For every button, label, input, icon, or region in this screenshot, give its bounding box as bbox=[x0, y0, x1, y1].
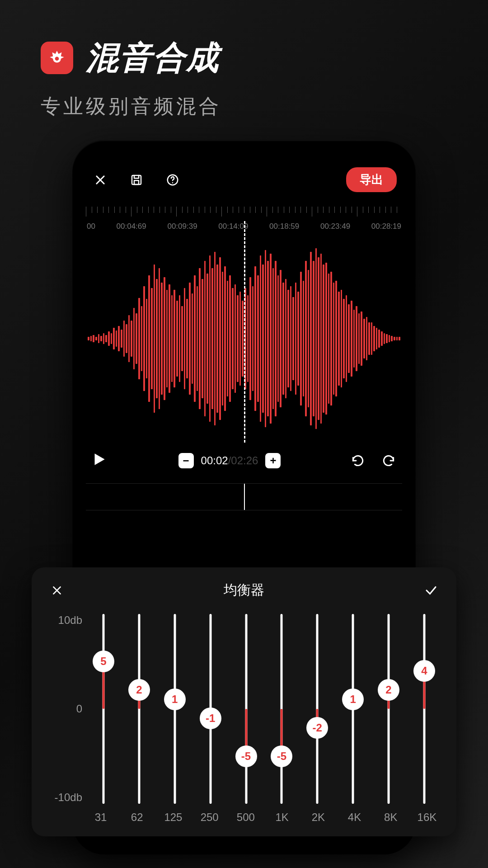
app-logo-icon bbox=[41, 42, 73, 74]
undo-icon[interactable] bbox=[349, 452, 367, 470]
eq-thumb[interactable]: -2 bbox=[306, 717, 328, 739]
eq-freq-label: 8K bbox=[378, 811, 404, 824]
track-lane[interactable] bbox=[86, 483, 402, 510]
timeline-marker: 00:28:19 bbox=[371, 222, 401, 231]
eq-y-axis: 10db 0 -10db bbox=[48, 614, 82, 804]
time-total: 02:26 bbox=[231, 454, 258, 467]
export-button[interactable]: 导出 bbox=[346, 167, 397, 192]
svg-point-4 bbox=[172, 182, 174, 184]
eq-freq-label: 125 bbox=[160, 811, 186, 824]
svg-rect-2 bbox=[134, 180, 139, 184]
eq-thumb[interactable]: -5 bbox=[235, 745, 257, 767]
eq-confirm-icon[interactable] bbox=[422, 581, 440, 599]
step-forward-button[interactable]: + bbox=[265, 453, 281, 468]
waveform-display[interactable] bbox=[86, 239, 402, 438]
eq-freq-label: 31 bbox=[88, 811, 114, 824]
eq-freq-label: 1K bbox=[269, 811, 295, 824]
timeline-marker: 00:04:69 bbox=[117, 222, 146, 231]
eq-thumb[interactable]: -5 bbox=[271, 745, 292, 767]
eq-slider[interactable]: -1 bbox=[197, 614, 224, 804]
eq-thumb[interactable]: 2 bbox=[378, 679, 399, 701]
eq-freq-label: 250 bbox=[197, 811, 223, 824]
timeline-marker: 00 bbox=[87, 222, 95, 231]
page-subtitle: 专业级别音频混合 bbox=[0, 93, 488, 120]
eq-freq-label: 500 bbox=[233, 811, 259, 824]
eq-slider[interactable]: -2 bbox=[304, 614, 330, 804]
eq-freq-label: 2K bbox=[305, 811, 331, 824]
eq-slider[interactable]: 5 bbox=[90, 614, 117, 804]
help-icon[interactable] bbox=[164, 171, 182, 189]
eq-thumb[interactable]: 1 bbox=[164, 689, 186, 710]
timeline-marker: 00:09:39 bbox=[167, 222, 197, 231]
playhead-indicator bbox=[244, 221, 245, 443]
eq-close-icon[interactable] bbox=[48, 581, 66, 599]
eq-slider[interactable]: 2 bbox=[375, 614, 402, 804]
eq-freq-label: 62 bbox=[124, 811, 150, 824]
eq-slider[interactable]: 4 bbox=[411, 614, 437, 804]
timeline-marker: 00:23:49 bbox=[320, 222, 350, 231]
close-icon[interactable] bbox=[91, 171, 109, 189]
eq-freq-label: 4K bbox=[342, 811, 368, 824]
time-current: 00:02 bbox=[201, 454, 228, 467]
redo-icon[interactable] bbox=[380, 452, 398, 470]
eq-slider[interactable]: -5 bbox=[268, 614, 295, 804]
eq-slider[interactable]: -5 bbox=[233, 614, 259, 804]
eq-slider[interactable]: 2 bbox=[126, 614, 152, 804]
timeline-ruler[interactable] bbox=[86, 207, 402, 220]
time-display: 00:02/02:26 bbox=[201, 454, 258, 467]
eq-thumb[interactable]: 4 bbox=[413, 660, 435, 682]
play-button[interactable] bbox=[90, 451, 110, 471]
eq-thumb[interactable]: -1 bbox=[200, 708, 221, 729]
eq-x-axis: 31621252505001K2K4K8K16K bbox=[48, 804, 440, 824]
page-title: 混音合成 bbox=[86, 36, 220, 80]
eq-slider[interactable]: 1 bbox=[340, 614, 366, 804]
svg-point-0 bbox=[55, 57, 59, 61]
eq-thumb[interactable]: 2 bbox=[128, 679, 150, 701]
eq-title: 均衡器 bbox=[224, 581, 264, 599]
save-icon[interactable] bbox=[127, 171, 145, 189]
track-playhead bbox=[244, 484, 245, 510]
eq-thumb[interactable]: 1 bbox=[342, 689, 364, 710]
eq-slider[interactable]: 1 bbox=[162, 614, 188, 804]
eq-thumb[interactable]: 5 bbox=[93, 651, 114, 672]
equalizer-panel: 均衡器 10db 0 -10db 5 2 1 -1 -5 -5 bbox=[32, 567, 456, 836]
timeline-marker: 00:18:59 bbox=[269, 222, 299, 231]
eq-freq-label: 16K bbox=[414, 811, 440, 824]
step-back-button[interactable]: − bbox=[178, 453, 194, 468]
